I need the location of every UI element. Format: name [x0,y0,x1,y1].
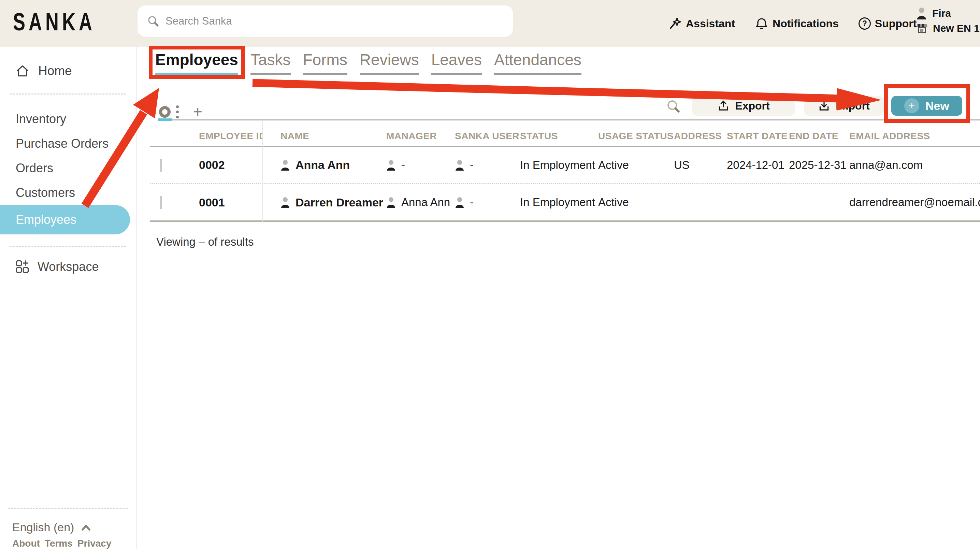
new-label: New [925,99,949,113]
sidebar-item-orders[interactable]: Orders [0,156,136,180]
header-address[interactable]: ADDRESS [674,130,727,142]
new-button[interactable]: + New [891,96,962,116]
export-icon [717,100,730,112]
tab-reviews[interactable]: Reviews [360,51,419,75]
add-view-button[interactable]: + [193,102,202,121]
cell-manager: Anna Ann [401,196,450,209]
person-icon [280,159,290,171]
cell-status: In Employment [520,196,598,209]
table-search-icon[interactable] [666,99,681,115]
export-button[interactable]: Export [692,96,795,116]
cell-sanka-user: - [470,196,474,209]
sidebar-item-home[interactable]: Home [0,47,136,94]
cell-status: In Employment [520,159,598,172]
table-header-row: EMPLOYEE ID NAME MANAGER SANKA USER STAT… [150,121,980,147]
privacy-link[interactable]: Privacy [78,538,111,549]
sidebar-item-customers[interactable]: Customers [0,180,136,205]
terms-link[interactable]: Terms [45,538,73,549]
results-count-text: Viewing – of results [156,236,254,248]
sidebar-item-employees[interactable]: Employees [0,205,130,234]
cell-employee-id: 0002 [199,158,262,172]
legal-links: About Terms Privacy [0,536,136,549]
cell-sanka-user: - [470,159,474,172]
workspace-grid-icon [15,259,30,274]
support-button[interactable]: ? Support [859,18,917,30]
language-selector[interactable]: English (en) [0,509,136,536]
tab-attendances[interactable]: Attendances [494,51,581,75]
import-button[interactable]: Import [804,96,884,116]
sidebar-item-inventory[interactable]: Inventory [0,107,136,131]
global-search [137,5,513,37]
table-row[interactable]: 0002 Anna Ann - - In Employment [150,147,980,184]
header-employee-id[interactable]: EMPLOYEE ID [199,130,262,142]
language-label: English (en) [12,521,74,534]
sidebar-footer: English (en) About Terms Privacy [0,508,136,549]
question-mark-icon: ? [859,18,871,30]
account-workspace-name: New EN 1 [933,22,980,34]
person-icon [455,159,465,171]
home-icon [15,64,30,78]
person-icon [386,197,396,208]
annotation-arrows [0,0,980,549]
plus-icon: + [904,98,919,113]
app-root: SANKA Assistant Notifications ? [0,0,980,549]
tab-tasks[interactable]: Tasks [250,51,291,75]
sidebar-divider [10,94,126,94]
account-user[interactable]: Fira [916,7,980,20]
cell-name: Anna Ann [296,158,350,172]
sidebar-item-label: Orders [16,161,53,175]
chevron-up-icon [81,524,91,531]
sidebar-nav-list: Inventory Purchase Orders Orders Custome… [0,107,136,234]
header-end-date[interactable]: END DATE [789,130,849,142]
cell-usage-status: Active [598,196,674,209]
tab-forms[interactable]: Forms [303,51,347,75]
header-sanka-user[interactable]: SANKA USER [455,130,520,142]
header-start-date[interactable]: START DATE [727,130,789,142]
sidebar: Home Inventory Purchase Orders Orders Cu… [0,47,137,549]
cell-name: Darren Dreamer [296,196,383,209]
sidebar-item-purchase-orders[interactable]: Purchase Orders [0,131,136,156]
search-input[interactable] [165,15,503,27]
brand-logo: SANKA [13,7,95,36]
person-icon [455,197,465,208]
view-tab-icon[interactable] [159,106,170,118]
header-status[interactable]: STATUS [520,130,598,142]
about-link[interactable]: About [12,538,40,549]
module-tabs: Employees Tasks Forms Reviews Leaves Att… [155,51,581,75]
row-checkbox[interactable] [160,196,162,209]
row-checkbox[interactable] [160,159,162,172]
search-icon [147,15,159,27]
cell-manager: - [401,159,405,172]
tab-employees[interactable]: Employees [155,51,238,75]
account-user-name: Fira [932,8,951,19]
cell-end-date: 2025-12-31 [789,159,849,172]
magic-wand-icon [668,17,682,30]
account-block: Fira New EN 1 [916,7,980,35]
person-icon [280,197,290,208]
cell-address: US [674,159,727,172]
account-workspace[interactable]: New EN 1 [916,22,980,35]
top-bar: SANKA Assistant Notifications ? [0,0,980,47]
assistant-button[interactable]: Assistant [668,17,735,30]
table-row[interactable]: 0001 Darren Dreamer Anna Ann - In E [150,184,980,222]
import-label: Import [836,100,870,112]
sidebar-workspace-label: Workspace [38,259,99,274]
import-icon [818,100,830,112]
cell-usage-status: Active [598,159,674,172]
cell-email: darrendreamer@noemail.c [849,196,980,209]
person-icon [386,159,396,171]
tab-leaves[interactable]: Leaves [431,51,482,75]
header-usage-status[interactable]: USAGE STATUS [598,130,674,142]
sidebar-item-label: Purchase Orders [16,137,108,151]
header-manager[interactable]: MANAGER [386,130,455,142]
bell-icon [755,17,768,30]
notifications-button[interactable]: Notifications [755,17,839,30]
export-label: Export [735,100,770,112]
sidebar-item-workspace[interactable]: Workspace [0,247,136,274]
storefront-icon [916,22,928,35]
view-options-kebab-icon[interactable] [176,105,179,118]
header-name[interactable]: NAME [262,130,386,142]
support-label: Support [875,18,917,30]
header-email-address[interactable]: EMAIL ADDRESS [849,130,980,142]
notifications-label: Notifications [773,18,839,30]
